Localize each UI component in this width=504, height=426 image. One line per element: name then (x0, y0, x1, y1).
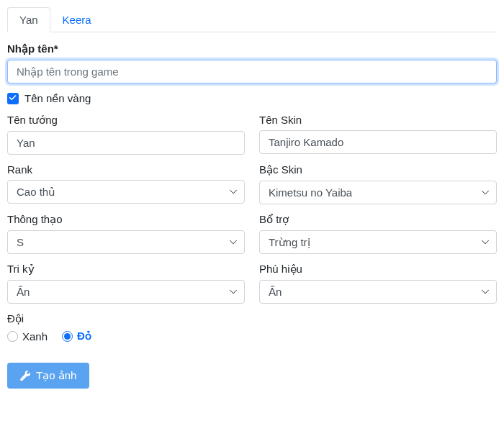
radio-icon (62, 331, 73, 342)
skin-input[interactable] (259, 130, 497, 154)
mastery-select[interactable] (7, 230, 245, 254)
team-radio-blue[interactable]: Xanh (7, 330, 48, 343)
team-radio-red-label: Đỏ (77, 330, 91, 343)
name-input[interactable] (7, 60, 497, 83)
support-select[interactable] (259, 230, 497, 254)
mastery-label: Thông thạo (7, 213, 245, 226)
team-radio-red[interactable]: Đỏ (62, 330, 91, 343)
team-radio-blue-label: Xanh (22, 330, 48, 343)
tab-yan[interactable]: Yan (7, 7, 50, 32)
tab-keera[interactable]: Keera (50, 7, 104, 32)
companion-label: Tri kỷ (7, 263, 245, 276)
companion-select[interactable] (7, 280, 245, 304)
create-image-button-label: Tạo ảnh (36, 369, 76, 382)
gold-name-checkbox[interactable] (7, 93, 19, 104)
name-label: Nhập tên* (7, 42, 497, 55)
tabs: Yan Keera (7, 7, 497, 32)
skin-tier-label: Bậc Skin (259, 163, 497, 176)
badge-label: Phù hiệu (259, 263, 497, 276)
radio-icon (7, 331, 18, 342)
rank-select[interactable] (7, 180, 245, 204)
support-label: Bổ trợ (259, 213, 497, 226)
check-icon (9, 94, 17, 103)
create-image-button[interactable]: Tạo ảnh (7, 363, 89, 389)
gold-name-checkbox-row[interactable]: Tên nền vàng (7, 92, 497, 105)
badge-select[interactable] (259, 280, 497, 304)
team-label: Đội (7, 312, 497, 325)
rank-label: Rank (7, 163, 245, 176)
gold-name-label: Tên nền vàng (24, 92, 91, 105)
champion-label: Tên tướng (7, 114, 245, 127)
tools-icon (20, 371, 30, 381)
skin-tier-select[interactable] (259, 181, 497, 204)
skin-label: Tên Skin (259, 114, 497, 126)
champion-input[interactable] (7, 131, 245, 155)
